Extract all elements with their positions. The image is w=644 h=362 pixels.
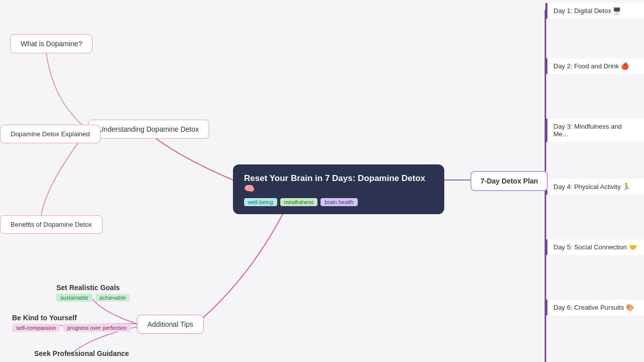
day4-node[interactable]: Day 4: Physical Activity 🏃 bbox=[545, 179, 644, 195]
additional-tips-node[interactable]: Additional Tips bbox=[137, 315, 204, 334]
tag-mindfulness: mindfulness bbox=[280, 198, 318, 206]
seek-professional-node[interactable]: Seek Professional Guidance bbox=[34, 349, 129, 357]
mind-map-canvas: Reset Your Brain in 7 Days: Dopamine Det… bbox=[0, 0, 644, 362]
detox-plan-node[interactable]: 7-Day Detox Plan bbox=[470, 171, 548, 191]
seek-pro-title: Seek Professional Guidance bbox=[34, 349, 129, 357]
dopamine-explained-node[interactable]: Dopamine Detox Explained bbox=[0, 125, 101, 143]
tag-selfcompassion: self-compassion bbox=[12, 324, 60, 332]
tag-sustainable: sustainable bbox=[56, 294, 93, 302]
day3-node[interactable]: Day 3: Mindfulness and Me... bbox=[545, 119, 644, 142]
benefits-node[interactable]: Benefits of Dopamine Detox bbox=[0, 215, 103, 234]
central-node-tags: well-being mindfulness brain health bbox=[244, 198, 433, 206]
day6-node[interactable]: Day 6: Creative Pursuits 🎨 bbox=[545, 300, 644, 315]
central-node-title: Reset Your Brain in 7 Days: Dopamine Det… bbox=[244, 173, 433, 194]
be-kind-title: Be Kind to Yourself bbox=[12, 314, 131, 322]
what-dopamine-node[interactable]: What is Dopamine? bbox=[10, 34, 93, 53]
day2-node[interactable]: Day 2: Food and Drink 🍎 bbox=[545, 58, 644, 74]
set-goals-tags: sustainable achievable bbox=[56, 294, 130, 302]
central-node[interactable]: Reset Your Brain in 7 Days: Dopamine Det… bbox=[233, 164, 444, 214]
tag-progress: progress over perfection bbox=[63, 324, 131, 332]
day5-node[interactable]: Day 5: Social Connection 🤝 bbox=[545, 239, 644, 255]
be-kind-tags: self-compassion progress over perfection bbox=[12, 324, 131, 332]
tag-wellbeing: well-being bbox=[244, 198, 277, 206]
tag-brain: brain health bbox=[320, 198, 358, 206]
set-goals-node[interactable]: Set Realistic Goals sustainable achievab… bbox=[56, 284, 130, 302]
tag-achievable: achievable bbox=[96, 294, 130, 302]
be-kind-node[interactable]: Be Kind to Yourself self-compassion prog… bbox=[12, 314, 131, 332]
understanding-node[interactable]: Understanding Dopamine Detox bbox=[88, 120, 209, 139]
day1-node[interactable]: Day 1: Digital Detox 🖥️ bbox=[545, 3, 644, 19]
set-goals-title: Set Realistic Goals bbox=[56, 284, 130, 292]
